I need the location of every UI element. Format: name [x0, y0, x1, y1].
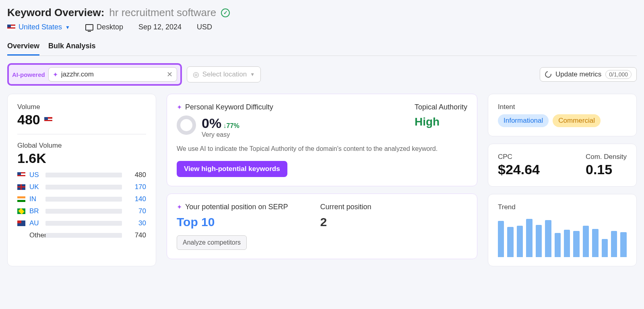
trend-bar	[536, 225, 542, 257]
volume-bar	[45, 173, 122, 177]
trend-bar	[517, 226, 523, 257]
tab-bulk-analysis[interactable]: Bulk Analysis	[48, 42, 95, 56]
ta-title: Topical Authority	[415, 103, 467, 111]
analyze-competitors-button[interactable]: Analyze competitors	[177, 235, 247, 250]
flag-us-icon	[7, 25, 15, 30]
ai-domain-box: AI-powered ✦ ✕	[7, 63, 182, 86]
flag-icon	[17, 184, 25, 190]
trend-bar	[498, 221, 504, 257]
update-label: Update metrics	[555, 70, 601, 78]
location-selector[interactable]: ◎ Select location ▼	[187, 66, 261, 82]
pkd-ease: Very easy	[202, 131, 239, 138]
other-label: Other	[29, 231, 41, 239]
check-icon: ✓	[221, 8, 230, 17]
trend-bar	[602, 239, 608, 257]
country-volume: 70	[126, 207, 146, 215]
pkd-note: We use AI to indicate the Topical Author…	[177, 144, 467, 154]
domain-input[interactable]	[61, 70, 163, 78]
volume-bar	[45, 185, 122, 190]
cpc-label: CPC	[498, 153, 540, 161]
global-volume-value: 1.6K	[17, 150, 146, 166]
trend-card: Trend	[488, 194, 637, 266]
keyword-text: hr recruitment software	[109, 6, 216, 19]
trend-label: Trend	[498, 203, 627, 211]
country-row[interactable]: BR 70	[17, 207, 146, 215]
country-row-other[interactable]: Other 740	[17, 231, 146, 239]
trend-bar	[545, 220, 551, 257]
pkd-value: 0%	[202, 115, 221, 131]
trend-bar	[583, 226, 589, 257]
volume-bar	[45, 197, 122, 202]
refresh-icon	[544, 70, 553, 79]
pkd-delta: ↓77%	[223, 122, 239, 129]
country-code: BR	[29, 207, 41, 215]
trend-bar	[620, 232, 626, 257]
intent-commercial-pill[interactable]: Commercial	[553, 114, 601, 127]
country-selector[interactable]: United States ▼	[7, 23, 70, 31]
trend-bar	[507, 227, 513, 257]
date-label: Sep 12, 2024	[138, 23, 182, 31]
flag-icon	[17, 220, 25, 226]
serp-title: Your potential position on SERP	[185, 203, 288, 211]
location-placeholder: Select location	[202, 70, 247, 78]
country-row[interactable]: AU 30	[17, 219, 146, 227]
intent-informational-pill[interactable]: Informational	[498, 114, 549, 127]
chevron-down-icon: ▼	[65, 25, 70, 30]
update-counter: 0/1,000	[605, 70, 632, 79]
pin-icon: ◎	[193, 70, 199, 79]
sparkle-icon: ✦	[53, 71, 58, 78]
device-selector[interactable]: Desktop	[85, 23, 123, 31]
cpc-card: CPC $24.64 Com. Density 0.15	[488, 144, 637, 187]
ai-powered-label: AI-powered	[12, 71, 45, 78]
desktop-icon	[85, 24, 93, 31]
pkd-title: Personal Keyword Difficulty	[185, 103, 273, 111]
country-row[interactable]: US 480	[17, 171, 146, 179]
intent-card: Intent Informational Commercial	[488, 94, 637, 136]
country-code: IN	[29, 195, 41, 203]
current-pos-title: Current position	[320, 203, 372, 211]
volume-value: 480	[17, 112, 40, 128]
intent-label: Intent	[498, 103, 627, 111]
trend-bar	[592, 229, 598, 257]
pkd-card: ✦ Personal Keyword Difficulty 0% ↓77% Ve…	[167, 94, 477, 186]
country-row[interactable]: UK 170	[17, 183, 146, 191]
serp-card: ✦ Your potential position on SERP Top 10…	[167, 194, 477, 259]
global-volume-label: Global Volume	[17, 142, 146, 150]
trend-bar	[573, 231, 579, 257]
tab-overview[interactable]: Overview	[7, 42, 39, 56]
volume-bar	[45, 233, 122, 238]
trend-bar	[611, 231, 617, 257]
page-title: Keyword Overview:	[7, 6, 104, 19]
flag-us-icon	[44, 117, 52, 123]
country-volume: 480	[126, 171, 146, 179]
chevron-down-icon: ▼	[250, 72, 255, 77]
view-keywords-button[interactable]: View high-potential keywords	[177, 161, 287, 177]
country-code: US	[29, 171, 41, 179]
other-volume: 740	[126, 231, 146, 239]
country-volume: 140	[126, 195, 146, 203]
volume-bar	[45, 221, 122, 226]
trend-bar	[555, 233, 561, 257]
domain-input-wrap[interactable]: ✦ ✕	[48, 67, 177, 82]
country-volume: 30	[126, 219, 146, 227]
country-volume: 170	[126, 183, 146, 191]
flag-icon	[17, 208, 25, 214]
cd-value: 0.15	[586, 162, 627, 177]
volume-bar	[45, 209, 122, 214]
sparkle-icon: ✦	[177, 103, 182, 111]
update-metrics-button[interactable]: Update metrics 0/1,000	[540, 67, 637, 82]
flag-icon	[17, 172, 25, 178]
ta-value: High	[415, 115, 467, 128]
country-label: United States	[19, 23, 62, 31]
country-row[interactable]: IN 140	[17, 195, 146, 203]
cpc-value: $24.64	[498, 162, 540, 177]
country-code: UK	[29, 183, 41, 191]
flag-icon	[17, 196, 25, 202]
trend-bar	[526, 219, 532, 257]
clear-icon[interactable]: ✕	[167, 70, 173, 79]
difficulty-donut-icon	[177, 115, 196, 135]
cd-label: Com. Density	[586, 153, 627, 161]
trend-bar	[564, 230, 570, 257]
volume-label: Volume	[17, 103, 146, 111]
serp-potential: Top 10	[177, 215, 288, 229]
